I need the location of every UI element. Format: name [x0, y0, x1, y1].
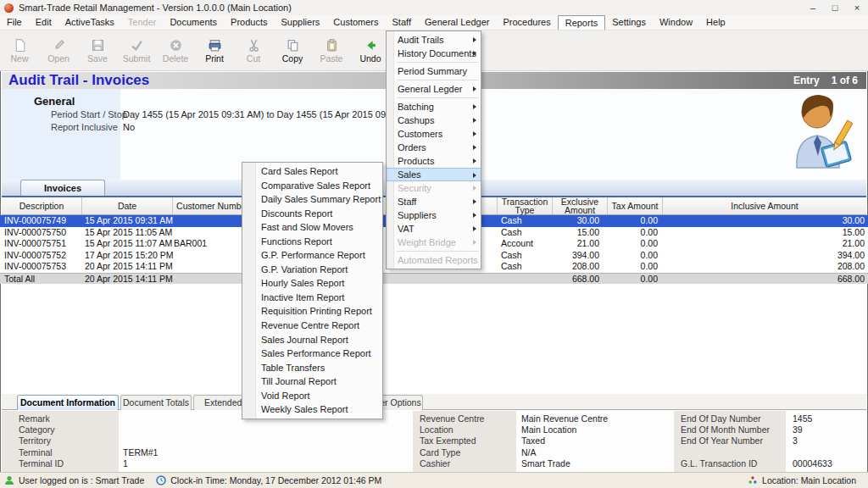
submenu-arrow-icon [473, 213, 476, 218]
maximize-button[interactable]: □ [824, 0, 846, 15]
submenu-arrow-icon [473, 226, 476, 231]
info-label: Revenue Centre [413, 413, 516, 424]
toolbar-undo-button[interactable]: Undo [351, 30, 390, 70]
sales-submenu-item-fast-and-slow-movers[interactable]: Fast and Slow Movers [242, 220, 382, 235]
menu-suppliers[interactable]: Suppliers [274, 15, 326, 30]
sales-submenu-item-gp-variation-report[interactable]: G.P. Variation Report [242, 263, 382, 277]
window-controls: – □ × [802, 0, 868, 15]
toolbar-label: Cut [247, 54, 260, 64]
submenu-arrow-icon [473, 199, 476, 204]
period-start-stop-value: Day 1455 (15 Apr 2015 09:31 AM) to Day 1… [123, 109, 418, 119]
reports-menu-item-suppliers[interactable]: Suppliers [387, 208, 481, 222]
reports-menu-item-general-ledger[interactable]: General Legder [387, 82, 481, 96]
column-header-transaction-type[interactable]: TransactionType [498, 197, 553, 214]
menu-edit[interactable]: Edit [29, 15, 58, 30]
toolbar-paste-button[interactable]: Paste [312, 30, 351, 70]
toolbar-submit-button[interactable]: Submit [117, 30, 156, 70]
submenu-arrow-icon [473, 145, 476, 150]
info-value: 1455 [786, 413, 812, 424]
undo-arrow-icon [364, 38, 378, 53]
menu-file[interactable]: File [0, 15, 29, 30]
clerk-person-icon [787, 92, 856, 169]
toolbar-new-button[interactable]: New [0, 30, 39, 70]
column-header-tax-amount[interactable]: Tax Amount [608, 197, 663, 214]
toolbar-save-button[interactable]: Save [78, 30, 117, 70]
menu-procedures[interactable]: Procedures [496, 15, 557, 30]
minimize-button[interactable]: – [802, 0, 824, 15]
toolbar-label: Undo [359, 54, 381, 64]
info-label: End Of Year Number [674, 435, 786, 446]
info-value [119, 435, 123, 446]
menu-window[interactable]: Window [653, 15, 699, 30]
menu-staff[interactable]: Staff [386, 15, 418, 30]
sales-submenu-item-inactive-item-report[interactable]: Inactive Item Report [242, 291, 382, 305]
close-button[interactable]: × [846, 0, 868, 15]
reports-menu-item-period-summary[interactable]: Period Summary [387, 64, 481, 78]
toolbar-label: Open [47, 54, 70, 64]
sales-submenu-item-requisition-printing-report[interactable]: Requisition Printing Report [242, 304, 382, 319]
tab-document-totals[interactable]: Document Totals [120, 395, 192, 410]
menu-activetasks[interactable]: ActiveTasks [58, 15, 121, 30]
menu-documents[interactable]: Documents [163, 15, 224, 30]
info-label: G.L. Transaction ID [674, 458, 786, 469]
info-group-location: Revenue CentreMain Revenue Centre Locati… [413, 413, 672, 469]
tab-invoices[interactable]: Invoices [20, 180, 105, 196]
sales-submenu-item-hourly-sales-report[interactable]: Hourly Sales Report [242, 276, 382, 291]
sales-submenu-item-comparative-sales-report[interactable]: Comparative Sales Report [242, 179, 382, 193]
tab-document-information[interactable]: Document Information [17, 395, 119, 410]
sales-submenu-item-sales-performance-report[interactable]: Sales Performance Report [242, 347, 382, 361]
menu-customers[interactable]: Customers [326, 15, 385, 30]
submenu-arrow-icon [473, 118, 476, 123]
menu-separator [397, 80, 479, 80]
sales-submenu-item-revenue-centre-report[interactable]: Revenue Centre Report [242, 319, 382, 333]
toolbar-print-button[interactable]: Print [195, 30, 234, 70]
column-header-exclusive-amount[interactable]: ExclusiveAmount [553, 197, 608, 214]
toolbar-delete-button[interactable]: Delete [156, 30, 195, 70]
menu-general-ledger[interactable]: General Ledger [418, 15, 496, 30]
info-value: 1 [119, 458, 128, 469]
reports-menu-item-customers[interactable]: Customers [387, 127, 481, 141]
info-value: Main Revenue Centre [516, 413, 608, 424]
menu-help[interactable]: Help [699, 15, 732, 30]
reports-menu-item-sales[interactable]: Sales [387, 168, 481, 181]
reports-menu-item-vat[interactable]: VAT [387, 222, 481, 236]
sales-submenu-item-discounts-report[interactable]: Discounts Report [242, 207, 382, 221]
toolbar-cut-button[interactable]: Cut [234, 30, 273, 70]
sales-submenu-item-void-report[interactable]: Void Report [242, 389, 382, 403]
sales-submenu-item-table-transfers[interactable]: Table Transfers [242, 361, 382, 375]
toolbar-open-button[interactable]: Open [39, 30, 78, 70]
info-value: Smart Trade [516, 458, 570, 469]
reports-menu-item-audit-trails[interactable]: Audit Trails [387, 33, 481, 47]
sales-submenu-item-weekly-sales-report[interactable]: Weekly Sales Report [242, 402, 382, 417]
menu-separator [397, 62, 479, 63]
sales-submenu-item-functions-report[interactable]: Functions Report [242, 235, 382, 249]
column-header-inclusive-amount[interactable]: Inclusive Amount [663, 197, 866, 214]
sales-submenu-item-till-journal-report[interactable]: Till Journal Report [242, 374, 382, 389]
menu-products[interactable]: Products [224, 15, 274, 30]
menu-separator [397, 251, 479, 252]
sales-submenu-item-sales-journal-report[interactable]: Sales Journal Report [242, 333, 382, 347]
column-header-date[interactable]: Date [82, 197, 173, 214]
reports-menu-item-cashups[interactable]: Cashups [387, 114, 481, 127]
sales-submenu-item-daily-sales-summary-report[interactable]: Daily Sales Summary Report [242, 192, 382, 207]
info-value [786, 447, 793, 458]
reports-menu-item-staff[interactable]: Staff [387, 195, 481, 208]
column-header-description[interactable]: Description [2, 197, 82, 214]
reports-menu-item-history-documents[interactable]: History Documents [387, 47, 481, 60]
toolbar-copy-button[interactable]: Copy [273, 30, 312, 70]
menu-separator [397, 97, 479, 98]
reports-menu-item-orders[interactable]: Orders [387, 141, 481, 154]
submenu-arrow-icon [473, 173, 476, 178]
toolbar-label: Submit [123, 54, 151, 64]
sales-submenu-item-card-sales-report[interactable]: Card Sales Report [242, 164, 382, 179]
clock-icon [156, 475, 166, 485]
sales-submenu-item-gp-performance-report[interactable]: G.P. Performance Report [242, 248, 382, 263]
delete-icon [169, 38, 183, 53]
paste-clipboard-icon [325, 38, 339, 53]
reports-menu-item-weight-bridge: Weight Bridge [387, 236, 481, 249]
reports-menu-item-batching[interactable]: Batching [387, 100, 481, 114]
menu-reports[interactable]: Reports [558, 15, 606, 30]
reports-menu-item-products[interactable]: Products [387, 154, 481, 168]
menu-settings[interactable]: Settings [605, 15, 653, 30]
submenu-arrow-icon [473, 37, 476, 42]
